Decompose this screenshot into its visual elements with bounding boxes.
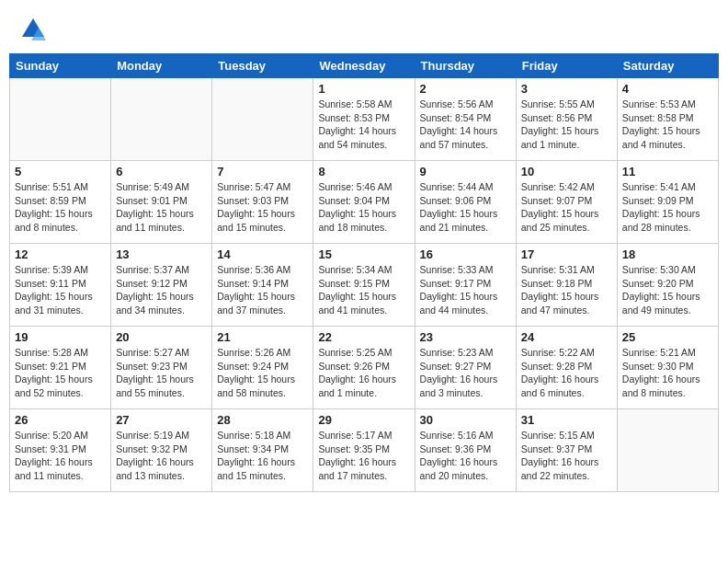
day-info: Sunrise: 5:42 AMSunset: 9:07 PMDaylight:…	[521, 180, 612, 235]
day-info: Sunrise: 5:34 AMSunset: 9:15 PMDaylight:…	[318, 263, 409, 317]
day-info: Sunrise: 5:23 AMSunset: 9:27 PMDaylight:…	[420, 346, 511, 400]
day-info: Sunrise: 5:25 AMSunset: 9:26 PMDaylight:…	[318, 346, 409, 400]
day-number: 18	[622, 247, 713, 261]
day-info: Sunrise: 5:15 AMSunset: 9:37 PMDaylight:…	[521, 429, 612, 483]
calendar-cell: 19Sunrise: 5:28 AMSunset: 9:21 PMDayligh…	[10, 327, 111, 409]
weekday-header: Tuesday	[212, 54, 313, 78]
day-info: Sunrise: 5:21 AMSunset: 9:30 PMDaylight:…	[622, 346, 713, 400]
day-number: 19	[15, 330, 106, 344]
calendar-cell: 17Sunrise: 5:31 AMSunset: 9:18 PMDayligh…	[516, 244, 617, 327]
day-info: Sunrise: 5:33 AMSunset: 9:17 PMDaylight:…	[420, 263, 511, 317]
calendar-cell: 11Sunrise: 5:41 AMSunset: 9:09 PMDayligh…	[617, 161, 718, 244]
calendar-cell	[10, 78, 111, 161]
day-info: Sunrise: 5:16 AMSunset: 9:36 PMDaylight:…	[420, 429, 511, 483]
day-number: 28	[217, 413, 308, 427]
calendar-cell: 16Sunrise: 5:33 AMSunset: 9:17 PMDayligh…	[415, 244, 516, 327]
day-number: 16	[420, 247, 511, 261]
day-info: Sunrise: 5:39 AMSunset: 9:11 PMDaylight:…	[15, 263, 106, 317]
calendar-cell: 10Sunrise: 5:42 AMSunset: 9:07 PMDayligh…	[516, 161, 617, 244]
weekday-header: Thursday	[415, 54, 516, 78]
day-info: Sunrise: 5:37 AMSunset: 9:12 PMDaylight:…	[116, 263, 207, 317]
day-info: Sunrise: 5:44 AMSunset: 9:06 PMDaylight:…	[420, 180, 511, 235]
day-info: Sunrise: 5:53 AMSunset: 8:58 PMDaylight:…	[622, 98, 713, 152]
calendar-cell: 9Sunrise: 5:44 AMSunset: 9:06 PMDaylight…	[415, 161, 516, 244]
day-number: 17	[521, 247, 612, 261]
calendar-cell: 24Sunrise: 5:22 AMSunset: 9:28 PMDayligh…	[516, 327, 617, 409]
weekday-header: Wednesday	[313, 54, 415, 78]
day-number: 23	[420, 330, 511, 344]
calendar-cell: 7Sunrise: 5:47 AMSunset: 9:03 PMDaylight…	[212, 161, 313, 244]
day-number: 4	[622, 82, 713, 96]
calendar-cell: 20Sunrise: 5:27 AMSunset: 9:23 PMDayligh…	[111, 327, 212, 409]
day-number: 11	[622, 165, 713, 178]
calendar-week-row: 1Sunrise: 5:58 AMSunset: 8:53 PMDaylight…	[10, 78, 719, 161]
logo-icon	[20, 17, 46, 42]
day-number: 2	[420, 82, 511, 96]
day-info: Sunrise: 5:41 AMSunset: 9:09 PMDaylight:…	[622, 180, 713, 235]
day-number: 31	[521, 413, 612, 427]
calendar-cell: 23Sunrise: 5:23 AMSunset: 9:27 PMDayligh…	[415, 327, 516, 409]
day-number: 22	[318, 330, 409, 344]
day-info: Sunrise: 5:36 AMSunset: 9:14 PMDaylight:…	[217, 263, 308, 317]
calendar-cell: 31Sunrise: 5:15 AMSunset: 9:37 PMDayligh…	[516, 409, 617, 492]
day-info: Sunrise: 5:20 AMSunset: 9:31 PMDaylight:…	[15, 429, 106, 483]
day-number: 29	[318, 413, 409, 427]
logo	[18, 17, 46, 42]
day-info: Sunrise: 5:49 AMSunset: 9:01 PMDaylight:…	[116, 180, 207, 235]
calendar-cell: 5Sunrise: 5:51 AMSunset: 8:59 PMDaylight…	[10, 161, 111, 244]
calendar-cell: 25Sunrise: 5:21 AMSunset: 9:30 PMDayligh…	[617, 327, 718, 409]
calendar-week-row: 5Sunrise: 5:51 AMSunset: 8:59 PMDaylight…	[10, 161, 719, 244]
calendar-cell	[212, 78, 313, 161]
day-info: Sunrise: 5:55 AMSunset: 8:56 PMDaylight:…	[521, 98, 612, 152]
calendar-cell: 21Sunrise: 5:26 AMSunset: 9:24 PMDayligh…	[212, 327, 313, 409]
day-info: Sunrise: 5:47 AMSunset: 9:03 PMDaylight:…	[217, 180, 308, 235]
calendar-cell: 28Sunrise: 5:18 AMSunset: 9:34 PMDayligh…	[212, 409, 313, 492]
calendar-cell: 14Sunrise: 5:36 AMSunset: 9:14 PMDayligh…	[212, 244, 313, 327]
day-number: 12	[15, 247, 106, 261]
day-number: 5	[15, 165, 106, 178]
day-number: 6	[116, 165, 207, 178]
day-number: 20	[116, 330, 207, 344]
day-number: 9	[420, 165, 511, 178]
calendar-cell: 8Sunrise: 5:46 AMSunset: 9:04 PMDaylight…	[313, 161, 415, 244]
day-number: 7	[217, 165, 308, 178]
calendar-cell: 22Sunrise: 5:25 AMSunset: 9:26 PMDayligh…	[313, 327, 415, 409]
calendar-cell: 3Sunrise: 5:55 AMSunset: 8:56 PMDaylight…	[516, 78, 617, 161]
day-info: Sunrise: 5:22 AMSunset: 9:28 PMDaylight:…	[521, 346, 612, 400]
day-info: Sunrise: 5:28 AMSunset: 9:21 PMDaylight:…	[15, 346, 106, 400]
day-info: Sunrise: 5:18 AMSunset: 9:34 PMDaylight:…	[217, 429, 308, 483]
weekday-header: Saturday	[617, 54, 718, 78]
day-number: 24	[521, 330, 612, 344]
day-info: Sunrise: 5:27 AMSunset: 9:23 PMDaylight:…	[116, 346, 207, 400]
calendar-cell: 1Sunrise: 5:58 AMSunset: 8:53 PMDaylight…	[313, 78, 415, 161]
calendar-cell: 26Sunrise: 5:20 AMSunset: 9:31 PMDayligh…	[10, 409, 111, 492]
weekday-header: Friday	[516, 54, 617, 78]
day-number: 25	[622, 330, 713, 344]
day-number: 27	[116, 413, 207, 427]
calendar-cell	[617, 409, 718, 492]
day-number: 1	[318, 82, 409, 96]
calendar-week-row: 12Sunrise: 5:39 AMSunset: 9:11 PMDayligh…	[10, 244, 719, 327]
calendar-cell: 18Sunrise: 5:30 AMSunset: 9:20 PMDayligh…	[617, 244, 718, 327]
day-info: Sunrise: 5:19 AMSunset: 9:32 PMDaylight:…	[116, 429, 207, 483]
day-info: Sunrise: 5:51 AMSunset: 8:59 PMDaylight:…	[15, 180, 106, 235]
day-number: 13	[116, 247, 207, 261]
calendar-cell: 4Sunrise: 5:53 AMSunset: 8:58 PMDaylight…	[617, 78, 718, 161]
day-info: Sunrise: 5:46 AMSunset: 9:04 PMDaylight:…	[318, 180, 409, 235]
calendar-cell: 6Sunrise: 5:49 AMSunset: 9:01 PMDaylight…	[111, 161, 212, 244]
day-number: 3	[521, 82, 612, 96]
day-info: Sunrise: 5:58 AMSunset: 8:53 PMDaylight:…	[318, 98, 409, 152]
day-info: Sunrise: 5:17 AMSunset: 9:35 PMDaylight:…	[318, 429, 409, 483]
day-number: 14	[217, 247, 308, 261]
calendar-cell: 2Sunrise: 5:56 AMSunset: 8:54 PMDaylight…	[415, 78, 516, 161]
header	[9, 9, 719, 50]
calendar-cell: 30Sunrise: 5:16 AMSunset: 9:36 PMDayligh…	[415, 409, 516, 492]
calendar-cell: 29Sunrise: 5:17 AMSunset: 9:35 PMDayligh…	[313, 409, 415, 492]
calendar-cell: 12Sunrise: 5:39 AMSunset: 9:11 PMDayligh…	[10, 244, 111, 327]
weekday-header: Sunday	[10, 54, 111, 78]
calendar-cell: 15Sunrise: 5:34 AMSunset: 9:15 PMDayligh…	[313, 244, 415, 327]
day-number: 10	[521, 165, 612, 178]
day-number: 21	[217, 330, 308, 344]
day-number: 26	[15, 413, 106, 427]
calendar-cell: 27Sunrise: 5:19 AMSunset: 9:32 PMDayligh…	[111, 409, 212, 492]
